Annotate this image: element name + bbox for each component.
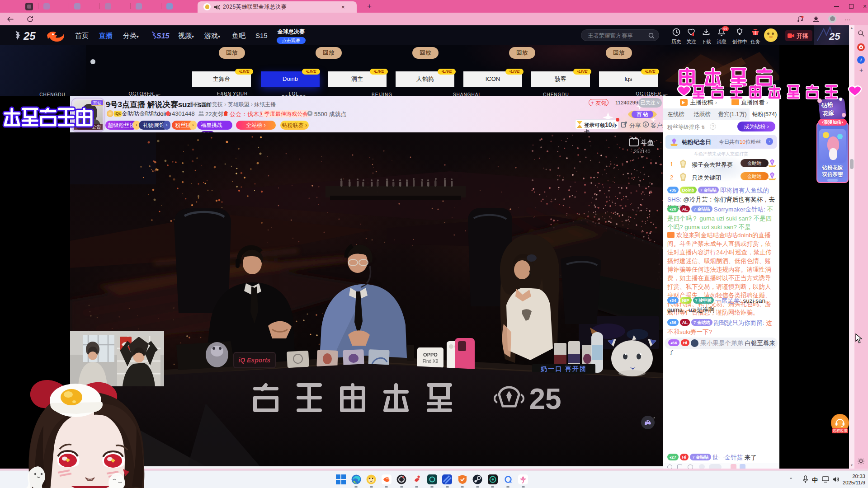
svg-text:25: 25 — [829, 31, 840, 42]
svg-text:×: × — [653, 416, 656, 420]
svg-text:25: 25 — [529, 383, 561, 415]
svg-text:百 钻: 百 钻 — [636, 112, 648, 117]
svg-text:斗鱼: 斗鱼 — [641, 139, 654, 146]
svg-text:252140: 252140 — [634, 149, 651, 154]
svg-text:iQ Esports: iQ Esports — [239, 357, 271, 364]
svg-text:Find X9: Find X9 — [423, 359, 439, 364]
svg-text:奶一口 再开团: 奶一口 再开团 — [540, 365, 587, 372]
svg-text:25: 25 — [23, 30, 36, 42]
svg-text:S15: S15 — [156, 32, 170, 40]
svg-text:OPPO: OPPO — [423, 352, 438, 357]
